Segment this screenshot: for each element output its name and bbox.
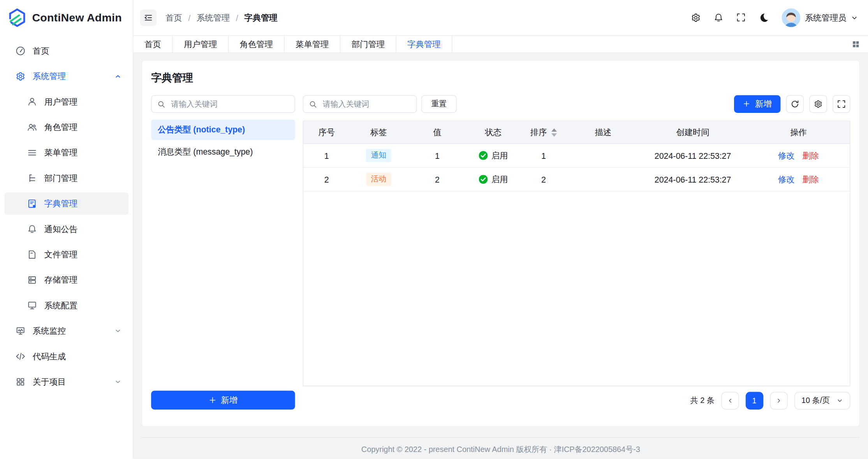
cell-value: 2	[407, 168, 467, 191]
code-icon	[16, 352, 26, 362]
sort-descending-icon	[551, 133, 557, 137]
column-header-operations: 操作	[747, 121, 850, 143]
current-page-button[interactable]: 1	[745, 392, 763, 409]
sidebar-item-label: 菜单管理	[44, 148, 77, 158]
sidebar-item-system[interactable]: 系统管理	[4, 65, 128, 88]
add-dict-type-button[interactable]: 新增	[151, 391, 295, 410]
sidebar-item-about[interactable]: 关于项目	[4, 371, 128, 393]
sidebar-item-storage[interactable]: 存储管理	[4, 269, 128, 291]
chevron-down-icon	[114, 378, 122, 386]
sidebar-item-label: 系统管理	[33, 71, 66, 82]
tab-dictionary[interactable]: 字典管理	[396, 36, 452, 53]
table-header-row: 序号 标签 值 状态 排序	[303, 121, 850, 144]
dict-item-pane: 重置 新增	[303, 95, 850, 410]
notification-bell-icon[interactable]	[713, 13, 724, 23]
tag-badge: 活动	[366, 173, 391, 186]
tabbar-spacer	[452, 36, 843, 53]
pagination-total: 共 2 条	[690, 396, 715, 406]
server-storage-icon	[27, 275, 37, 285]
dark-mode-moon-icon[interactable]	[759, 13, 769, 23]
tab-home[interactable]: 首页	[134, 36, 173, 53]
dict-type-item[interactable]: 消息类型 (message_type)	[151, 142, 295, 162]
check-circle-icon	[479, 175, 488, 184]
dict-item-table: 序号 标签 值 状态 排序	[303, 121, 850, 386]
sidebar-item-users[interactable]: 用户管理	[4, 91, 128, 113]
user-menu[interactable]: 系统管理员	[782, 8, 858, 27]
delete-link[interactable]: 删除	[803, 150, 819, 161]
sidebar-item-menus[interactable]: 菜单管理	[4, 142, 128, 164]
column-header-index: 序号	[303, 121, 350, 143]
gear-icon	[16, 71, 26, 81]
tree-list-icon	[27, 173, 37, 183]
main-column: 首页 / 系统管理 / 字典管理	[134, 0, 868, 459]
sorter-icon[interactable]	[551, 128, 557, 136]
edit-link[interactable]: 修改	[778, 174, 795, 185]
user-group-icon	[27, 122, 37, 132]
sidebar-item-label: 字典管理	[44, 199, 77, 209]
sidebar-item-roles[interactable]: 角色管理	[4, 116, 128, 139]
sidebar-item-label: 用户管理	[44, 97, 77, 107]
next-page-button[interactable]	[770, 392, 787, 409]
sidebar: ContiNew Admin 首页 系统管理	[0, 0, 134, 459]
column-header-description: 描述	[568, 121, 639, 143]
settings-gear-icon[interactable]	[691, 13, 701, 23]
sidebar-item-files[interactable]: 文件管理	[4, 243, 128, 266]
add-button-label: 新增	[221, 395, 238, 405]
sidebar-item-home[interactable]: 首页	[4, 40, 128, 62]
tab-menus[interactable]: 菜单管理	[285, 36, 341, 53]
tab-departments[interactable]: 部门管理	[340, 36, 396, 53]
chevron-down-icon	[851, 14, 858, 21]
previous-page-button[interactable]	[721, 392, 739, 409]
add-dict-item-button[interactable]: 新增	[734, 95, 780, 113]
tab-roles[interactable]: 角色管理	[229, 36, 285, 53]
table-row: 1 通知 1 启用	[303, 144, 850, 168]
monitor-chart-icon	[16, 326, 26, 336]
app-stage: ContiNew Admin 首页 系统管理	[0, 0, 868, 459]
brand-row[interactable]: ContiNew Admin	[0, 0, 133, 35]
keyword-search	[303, 95, 417, 113]
column-header-tag: 标签	[350, 121, 407, 143]
sidebar-item-codegen[interactable]: 代码生成	[4, 345, 128, 368]
tab-actions-grid-icon[interactable]	[843, 36, 868, 53]
sidebar-item-config[interactable]: 系统配置	[4, 294, 128, 317]
edit-link[interactable]: 修改	[778, 150, 795, 161]
header-actions: 系统管理员	[691, 8, 858, 27]
cell-index: 2	[303, 168, 350, 191]
toolbar-right: 新增	[734, 95, 850, 113]
sidebar-item-label: 系统监控	[33, 326, 66, 336]
breadcrumb-separator: /	[236, 13, 238, 22]
sidebar-item-label: 文件管理	[44, 249, 77, 260]
column-header-status: 状态	[467, 121, 519, 143]
tab-users[interactable]: 用户管理	[173, 36, 229, 53]
keyword-search-input[interactable]	[322, 99, 411, 109]
search-icon	[309, 100, 317, 108]
breadcrumb-separator: /	[188, 13, 190, 22]
check-circle-icon	[479, 151, 488, 160]
delete-link[interactable]: 删除	[803, 174, 819, 185]
dict-type-item[interactable]: 公告类型 (notice_type)	[151, 120, 295, 140]
sidebar-item-notices[interactable]: 通知公告	[4, 218, 128, 240]
sidebar-item-dictionary[interactable]: 字典管理	[4, 193, 128, 215]
refresh-button[interactable]	[786, 95, 804, 113]
table-fullscreen-button[interactable]	[833, 95, 850, 113]
search-icon	[157, 100, 166, 108]
cell-tag: 通知	[350, 144, 407, 167]
cell-index: 1	[303, 144, 350, 167]
sidebar-menu: 首页 系统管理	[0, 35, 133, 459]
sidebar-item-monitor[interactable]: 系统监控	[4, 320, 128, 342]
page-size-select[interactable]: 10 条/页	[794, 392, 850, 409]
cell-value: 1	[407, 144, 467, 167]
cell-created-at: 2024-06-11 22:53:27	[638, 144, 747, 167]
sidebar-collapse-button[interactable]	[140, 9, 157, 26]
breadcrumb-item[interactable]: 系统管理	[197, 12, 230, 23]
dict-type-search-input[interactable]	[170, 99, 289, 109]
tag-badge: 通知	[366, 149, 391, 162]
sidebar-item-departments[interactable]: 部门管理	[4, 167, 128, 189]
breadcrumb-item[interactable]: 首页	[166, 12, 182, 23]
fullscreen-icon[interactable]	[736, 13, 747, 23]
table-settings-button[interactable]	[809, 95, 827, 113]
reset-button[interactable]: 重置	[421, 95, 457, 113]
dict-type-search	[151, 95, 295, 113]
column-header-created: 创建时间	[638, 121, 747, 143]
add-button-label: 新增	[755, 99, 772, 109]
